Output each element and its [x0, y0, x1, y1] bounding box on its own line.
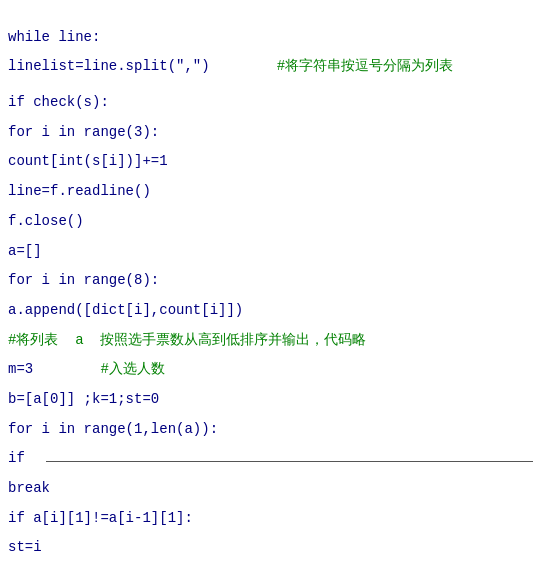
code-line: for i in range(3): — [8, 121, 533, 145]
if-prefix: if — [8, 448, 42, 470]
code-line: b=[a[0]] ;k=1;st=0 — [8, 388, 533, 412]
code-line: if check(s): — [8, 91, 533, 115]
code-line: if a[i][1]!=a[i-1][1]: — [8, 507, 533, 531]
if-underline-line: if — [8, 447, 533, 471]
code-line: st=i — [8, 536, 533, 560]
code-block: while line:linelist=line.split(",") #将字符… — [8, 4, 533, 560]
code-line: count[int(s[i])]+=1 — [8, 150, 533, 174]
code-line: for i in range(1,len(a)): — [8, 418, 533, 442]
condition-underline — [46, 448, 533, 462]
comment-line: #将列表 a 按照选手票数从高到低排序并输出，代码略 — [8, 329, 533, 353]
code-line: f.close() — [8, 210, 533, 234]
code-line: while line: — [8, 26, 533, 50]
comment-part: #将字符串按逗号分隔为列表 — [210, 58, 454, 74]
code-line: break — [8, 477, 533, 501]
code-line: a=[] — [8, 240, 533, 264]
code-part: m=3 — [8, 361, 33, 377]
comment-part: #入选人数 — [33, 361, 165, 377]
code-line: line=f.readline() — [8, 180, 533, 204]
code-comment-line: linelist=line.split(",") #将字符串按逗号分隔为列表 — [8, 55, 533, 79]
code-line: a.append([dict[i],count[i]]) — [8, 299, 533, 323]
code-comment-line: m=3 #入选人数 — [8, 358, 533, 382]
code-part: linelist=line.split(",") — [8, 58, 210, 74]
code-line: for i in range(8): — [8, 269, 533, 293]
